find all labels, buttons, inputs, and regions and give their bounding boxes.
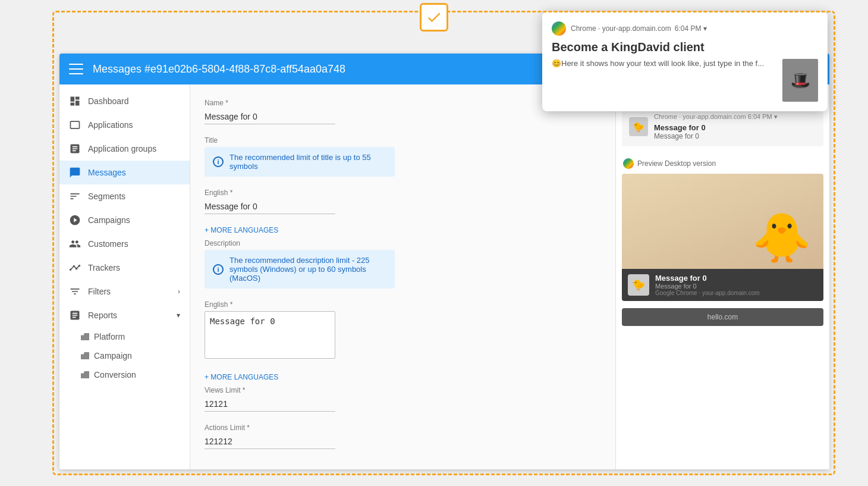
sidebar-item-app-groups[interactable]: Application groups <box>59 137 190 161</box>
check-icon <box>420 3 448 32</box>
filters-icon <box>69 286 81 297</box>
title-info-box: i The recommended limit of title is up t… <box>205 147 395 177</box>
sidebar-label-dashboard: Dashboard <box>88 96 129 106</box>
name-label: Name * <box>205 99 601 107</box>
sidebar-item-campaigns[interactable]: Campaigns <box>59 208 190 232</box>
chrome-desktop-icon <box>623 158 634 169</box>
sidebar-item-reports[interactable]: Reports ▾ <box>59 303 190 327</box>
campaigns-icon <box>69 214 81 226</box>
content-area: Dashboard Applications Application group… <box>59 84 829 469</box>
actions-limit-section: Actions Limit * <box>205 424 601 449</box>
desc-info-box: i The recommended description limit - 22… <box>205 250 395 289</box>
desktop-notif-icon: 🐤 <box>628 274 649 296</box>
sidebar-label-conversion: Conversion <box>94 370 136 380</box>
sidebar-sub-item-campaign[interactable]: Campaign <box>59 346 190 365</box>
actions-limit-input[interactable] <box>205 434 335 449</box>
english-desc-textarea[interactable]: Message for 0 <box>205 311 335 359</box>
desktop-notif-title: Message for 0 <box>655 274 760 283</box>
desktop-notif-source: Google Chrome · your-app.domain.com <box>655 290 760 296</box>
trackers-icon <box>69 262 81 274</box>
mobile-preview-text: Chrome · your-app.domain.com 6:04 PM ▾ M… <box>654 113 778 140</box>
notification-popup: Chrome · your-app.domain.com 6:04 PM ▾ B… <box>542 12 828 111</box>
mobile-preview-icon: 🐤 <box>629 117 648 136</box>
notif-body: 😊Here it shows how your text will look l… <box>552 59 818 102</box>
conversion-folder-icon <box>81 371 89 378</box>
notif-header: Chrome · your-app.domain.com 6:04 PM ▾ <box>552 21 818 36</box>
reports-icon <box>69 309 81 321</box>
app-container: Messages #e91e02b6-5804-4f88-87c8-aff54a… <box>59 54 829 469</box>
sidebar-label-campaign: Campaign <box>94 351 132 360</box>
notif-dropdown-arrow: ▾ <box>703 24 707 33</box>
segments-icon <box>69 190 81 202</box>
sidebar-label-filters: Filters <box>88 287 111 296</box>
views-limit-section: Views Limit * <box>205 386 601 412</box>
sidebar-label-trackers: Trackers <box>88 263 120 272</box>
desktop-preview-label: Preview Desktop version <box>616 153 829 174</box>
filters-arrow: › <box>178 287 180 296</box>
sidebar-item-segments[interactable]: Segments <box>59 184 190 208</box>
actions-limit-label: Actions Limit * <box>205 424 601 432</box>
more-languages-2[interactable]: + MORE LANGUAGES <box>205 373 601 381</box>
title-label: Title <box>205 136 601 145</box>
mobile-notif-header: Chrome · your-app.domain.com 6:04 PM ▾ <box>654 113 778 121</box>
sidebar: Dashboard Applications Application group… <box>59 84 190 469</box>
english-title-label: English * <box>205 189 601 197</box>
preview-panel: Preview Mobile version 🐤 Chrome · your-a… <box>615 84 829 469</box>
english-title-section: English * <box>205 189 601 214</box>
hamburger-icon[interactable] <box>69 62 83 76</box>
chick-emoji: 🐥 <box>752 210 812 266</box>
sidebar-label-messages: Messages <box>88 168 126 177</box>
notif-avatar: 🎩 <box>782 59 818 102</box>
desc-info-text: The recommended description limit - 225 … <box>229 256 386 283</box>
mobile-preview-card: 🐤 Chrome · your-app.domain.com 6:04 PM ▾… <box>622 107 823 146</box>
applications-icon <box>69 119 81 131</box>
mobile-preview-title: Message for 0 <box>654 123 778 132</box>
sidebar-sub-item-platform[interactable]: Platform <box>59 327 190 346</box>
sidebar-label-app-groups: Application groups <box>88 144 156 153</box>
customers-icon <box>69 238 81 250</box>
views-limit-input[interactable] <box>205 397 335 412</box>
platform-folder-icon <box>81 333 89 340</box>
sidebar-item-trackers[interactable]: Trackers <box>59 256 190 280</box>
sidebar-label-segments: Segments <box>88 192 125 201</box>
desktop-notif-bar: 🐤 Message for 0 Message for 0 Google Chr… <box>622 269 823 301</box>
dashboard-icon <box>69 95 81 107</box>
title-info-text: The recommended limit of title is up to … <box>229 153 386 171</box>
sidebar-label-applications: Applications <box>88 120 133 130</box>
description-label: Description <box>205 239 601 247</box>
campaign-folder-icon <box>81 352 89 359</box>
desc-info-icon: i <box>213 264 224 275</box>
hello-bar: hello.com <box>622 308 823 326</box>
sidebar-item-dashboard[interactable]: Dashboard <box>59 89 190 113</box>
notif-time: 6:04 PM <box>675 24 702 33</box>
main-panel: Name * Title i The recommended limit of … <box>190 84 615 469</box>
sidebar-label-customers: Customers <box>88 239 128 249</box>
title-section: Title i The recommended limit of title i… <box>205 136 601 177</box>
english-desc-label: English * <box>205 300 601 309</box>
sidebar-item-applications[interactable]: Applications <box>59 113 190 137</box>
sidebar-label-platform: Platform <box>94 332 125 341</box>
english-desc-section: English * Message for 0 <box>205 300 601 361</box>
desktop-notif-body: Message for 0 <box>655 283 760 290</box>
title-info-icon: i <box>213 156 224 167</box>
name-input[interactable] <box>205 109 335 124</box>
sidebar-sub-item-conversion[interactable]: Conversion <box>59 365 190 384</box>
notif-browser-label: Chrome · your-app.domain.com <box>571 24 671 33</box>
sidebar-item-customers[interactable]: Customers <box>59 232 190 256</box>
sidebar-item-messages[interactable]: Messages <box>59 161 190 184</box>
sidebar-label-campaigns: Campaigns <box>88 215 130 225</box>
app-groups-icon <box>69 143 81 155</box>
messages-icon <box>69 167 81 178</box>
english-title-input[interactable] <box>205 199 335 214</box>
desktop-preview-image: 🐥 <box>622 174 823 269</box>
sidebar-label-reports: Reports <box>88 311 117 320</box>
views-limit-label: Views Limit * <box>205 386 601 394</box>
more-languages-1[interactable]: + MORE LANGUAGES <box>205 226 601 234</box>
description-section: Description i The recommended descriptio… <box>205 239 601 289</box>
sidebar-item-filters[interactable]: Filters › <box>59 280 190 303</box>
notif-chrome-icon <box>552 21 566 36</box>
top-bar-title: Messages #e91e02b6-5804-4f88-87c8-aff54a… <box>93 63 345 76</box>
notif-body-text: 😊Here it shows how your text will look l… <box>552 59 775 68</box>
mobile-preview-body: Message for 0 <box>654 132 778 140</box>
desktop-notif-text: Message for 0 Message for 0 Google Chrom… <box>655 274 760 296</box>
